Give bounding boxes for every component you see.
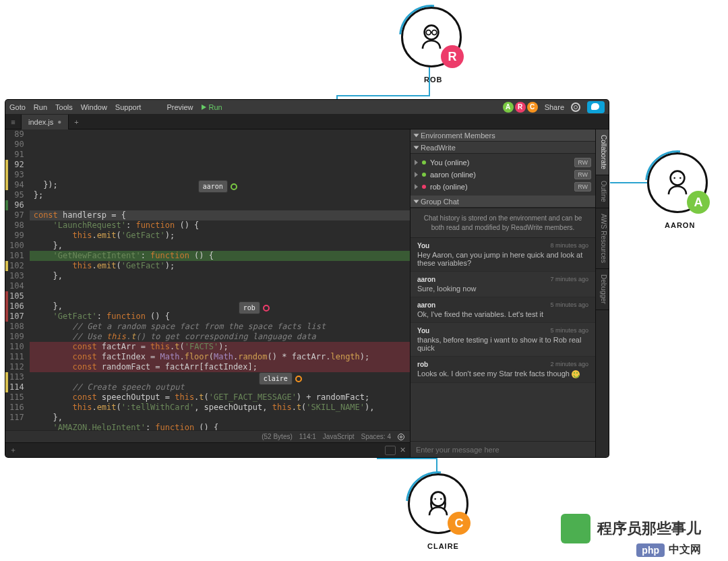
section-readwrite[interactable]: ReadWrite xyxy=(411,142,595,154)
permission-badge: RW xyxy=(574,158,591,167)
member-name: You (online) xyxy=(430,158,469,167)
badge-letter: R xyxy=(441,45,464,68)
chat-message: You8 minutes agoHey Aaron, can you jump … xyxy=(411,238,595,272)
chat-input-wrap xyxy=(411,441,595,457)
menu-window[interactable]: Window xyxy=(81,103,107,111)
badge-letter: A xyxy=(687,191,710,214)
menu-preview[interactable]: Preview xyxy=(166,103,193,111)
member-list: You (online)RWaaron (online)RWrob (onlin… xyxy=(411,154,595,196)
callout-label-claire: CLAIRE xyxy=(427,542,459,550)
sidebar-toggle[interactable]: ≡ xyxy=(5,115,22,129)
avatar-r[interactable]: R xyxy=(515,102,526,113)
msg-body: Looks ok. I don't see my Star trek facts… xyxy=(417,370,588,378)
msg-body: Sure, looking now xyxy=(417,285,588,293)
menu-support[interactable]: Support xyxy=(115,103,142,111)
ide-window: Goto Run Tools Window Support Preview Ru… xyxy=(5,100,609,457)
msg-author: You xyxy=(417,327,429,334)
vtab-aws-resources[interactable]: AWS Resources xyxy=(596,208,609,269)
vtab-outline[interactable]: Outline xyxy=(596,175,609,208)
callout-avatar-claire: C xyxy=(408,473,468,534)
member-row[interactable]: rob (online)RW xyxy=(415,181,591,193)
chat-message: aaron7 minutes agoSure, looking now xyxy=(411,272,595,297)
watermark: 程序员那些事儿 xyxy=(561,514,701,543)
editor-column: 8990919293949596979899100101102103104105… xyxy=(5,129,410,457)
panel-toggle-button[interactable] xyxy=(385,446,396,455)
share-button[interactable]: Share xyxy=(545,103,564,111)
callout-label-aaron: AARON xyxy=(665,221,695,229)
menu-goto[interactable]: Goto xyxy=(9,103,26,111)
status-cursor-pos: 114:1 xyxy=(299,433,316,440)
msg-body: Hey Aaron, can you jump in here quick an… xyxy=(417,251,588,267)
watermark-sub: php 中文网 xyxy=(636,543,701,557)
menu-run[interactable]: Run xyxy=(34,103,47,111)
msg-timestamp: 5 minutes ago xyxy=(550,301,588,309)
tab-add-button[interactable]: + xyxy=(69,118,84,126)
editor-status-bar: (52 Bytes) 114:1 JavaScript Spaces: 4 xyxy=(5,430,410,442)
wechat-icon xyxy=(561,514,590,543)
msg-body: Ok, I've fixed the variables. Let's test… xyxy=(417,310,588,318)
badge-letter: C xyxy=(448,512,471,535)
member-name: rob (online) xyxy=(430,183,468,191)
msg-timestamp: 5 minutes ago xyxy=(550,327,588,334)
run-button[interactable]: Run xyxy=(202,103,222,111)
status-language[interactable]: JavaScript xyxy=(323,433,355,440)
callout-avatar-rob: R xyxy=(401,7,462,67)
msg-author: aaron xyxy=(417,276,435,283)
msg-timestamp: 7 minutes ago xyxy=(550,276,588,283)
file-tab[interactable]: index.js ● xyxy=(22,115,69,129)
chat-message: You5 minutes agothanks, before testing i… xyxy=(411,323,595,357)
avatar-a[interactable]: A xyxy=(503,102,514,113)
code-editor[interactable]: 8990919293949596979899100101102103104105… xyxy=(5,129,410,430)
status-spaces[interactable]: Spaces: 4 xyxy=(361,433,391,440)
tab-bar: ≡ index.js ● + xyxy=(5,115,609,129)
line-gutter: 8990919293949596979899100101102103104105… xyxy=(5,129,30,430)
tab-filename: index.js xyxy=(28,118,53,126)
cloud9-logo xyxy=(587,101,605,113)
permission-badge: RW xyxy=(574,170,591,179)
gear-icon[interactable] xyxy=(398,434,404,440)
chat-description: Chat history is stored on the environmen… xyxy=(411,208,595,238)
collaborator-avatars: A R C xyxy=(503,102,538,113)
watermark-text: 程序员那些事儿 xyxy=(597,519,701,539)
ide-body: 8990919293949596979899100101102103104105… xyxy=(5,129,609,457)
member-row[interactable]: You (online)RW xyxy=(415,156,591,169)
status-bytes: (52 Bytes) xyxy=(262,433,293,440)
close-panel-button[interactable]: ✕ xyxy=(400,446,406,455)
watermark-cn: 中文网 xyxy=(669,543,701,557)
code-area[interactable]: aaron rob claire });};const handlersp = … xyxy=(30,129,410,430)
callout-avatar-aaron: A xyxy=(647,152,708,213)
chat-message: aaron5 minutes agoOk, I've fixed the var… xyxy=(411,297,595,323)
vtab-debugger[interactable]: Debugger xyxy=(596,269,609,310)
menubar: Goto Run Tools Window Support Preview Ru… xyxy=(5,100,609,115)
smile-emoji-icon xyxy=(572,370,580,378)
collab-panel: Environment Members ReadWrite You (onlin… xyxy=(411,129,595,457)
play-icon xyxy=(202,105,206,110)
vtab-collaborate[interactable]: Collaborate xyxy=(596,129,609,175)
chat-messages: You8 minutes agoHey Aaron, can you jump … xyxy=(411,238,595,441)
callout-label-rob: ROB xyxy=(424,76,442,84)
menu-tools[interactable]: Tools xyxy=(55,103,73,111)
php-badge: php xyxy=(636,543,665,557)
msg-author: aaron xyxy=(417,301,435,309)
dirty-indicator-icon: ● xyxy=(57,118,61,125)
member-row[interactable]: aaron (online)RW xyxy=(415,169,591,181)
msg-timestamp: 2 minutes ago xyxy=(550,361,588,368)
msg-body: thanks, before testing i want to show it… xyxy=(417,336,588,352)
bottom-add-button[interactable]: ＋ xyxy=(9,445,17,455)
msg-timestamp: 8 minutes ago xyxy=(550,242,588,249)
msg-author: You xyxy=(417,242,429,249)
chat-input[interactable] xyxy=(411,442,595,457)
avatar-c[interactable]: C xyxy=(527,102,538,113)
section-env-members[interactable]: Environment Members xyxy=(411,129,595,142)
section-group-chat[interactable]: Group Chat xyxy=(411,196,595,208)
permission-badge: RW xyxy=(574,182,591,191)
side-panel: Environment Members ReadWrite You (onlin… xyxy=(410,129,609,457)
chat-message: rob2 minutes agoLooks ok. I don't see my… xyxy=(411,357,595,383)
msg-author: rob xyxy=(417,361,428,368)
editor-bottom-bar: ＋ ✕ xyxy=(5,442,410,457)
member-name: aaron (online) xyxy=(430,171,476,179)
gear-icon[interactable] xyxy=(571,102,580,112)
run-button-label: Run xyxy=(209,103,222,111)
vertical-tabs: Collaborate Outline AWS Resources Debugg… xyxy=(595,129,609,457)
